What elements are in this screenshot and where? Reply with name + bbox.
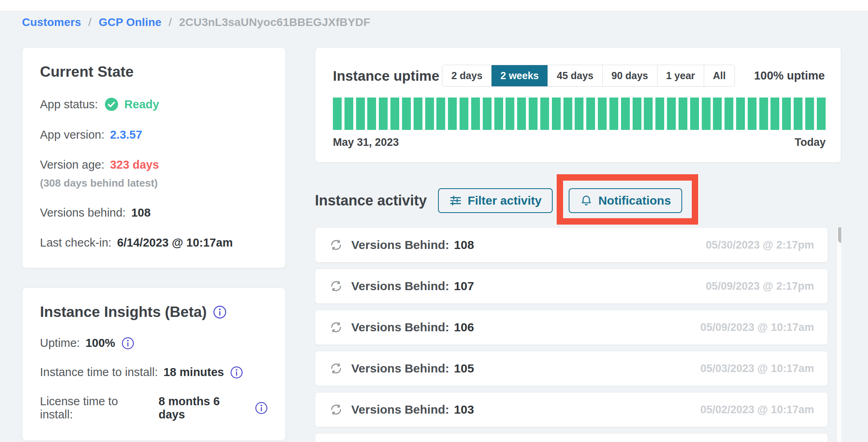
breadcrumb-separator: / (165, 16, 176, 28)
uptime-insight-value: 100% (86, 336, 115, 350)
info-icon[interactable] (213, 305, 227, 319)
uptime-bar (598, 98, 607, 130)
uptime-bar (356, 98, 365, 130)
activity-row-label: Versions Behind: (351, 279, 449, 293)
uptime-bar (713, 98, 722, 130)
uptime-bar (344, 98, 353, 130)
uptime-bar (540, 98, 549, 130)
check-circle-icon (104, 97, 119, 111)
instance-install-row: Instance time to install: 18 minutes (40, 366, 268, 379)
activity-row-timestamp: 05/02/2023 @ 10:17am (700, 404, 814, 416)
uptime-range-tab-2-days[interactable]: 2 days (442, 65, 492, 86)
instance-insights-card: Instance Insights (Beta) Uptime: 100% In… (22, 287, 286, 441)
uptime-bar (390, 98, 399, 130)
uptime-bar (575, 98, 583, 130)
uptime-bar (379, 98, 388, 130)
uptime-bar (736, 98, 745, 130)
uptime-bar (402, 98, 411, 130)
uptime-bar (655, 98, 664, 130)
activity-row[interactable]: Versions Behind: 105 05/03/2023 @ 10:17a… (315, 351, 828, 386)
uptime-bar (690, 98, 699, 130)
sliders-icon (449, 194, 462, 207)
uptime-range-tab-2-weeks[interactable]: 2 weeks (492, 65, 548, 86)
activity-row-timestamp: 05/09/2023 @ 2:17pm (706, 280, 814, 293)
uptime-bar (782, 98, 791, 130)
activity-row-value: 105 (454, 362, 474, 375)
uptime-bar (702, 98, 711, 130)
uptime-bar (621, 98, 630, 130)
filter-activity-button[interactable]: Filter activity (438, 188, 553, 213)
uptime-bar (644, 98, 653, 130)
last-checkin-row: Last check-in: 6/14/2023 @ 10:17am (40, 236, 268, 249)
instance-activity-title: Instance activity (315, 192, 427, 209)
breadcrumb-separator: / (84, 16, 96, 28)
uptime-range-tab-45-days[interactable]: 45 days (548, 65, 603, 86)
breadcrumb: Customers / GCP Online / 2CU3nL3saUNyoc6… (22, 16, 868, 29)
uptime-bar (414, 98, 422, 130)
uptime-insight-row: Uptime: 100% (40, 336, 268, 350)
activity-row[interactable]: Versions Behind: 106 05/09/2023 @ 10:17a… (315, 310, 828, 345)
activity-row[interactable]: Versions Behind: 103 05/02/2023 @ 10:17a… (315, 392, 828, 427)
activity-scrollbar-track[interactable] (836, 227, 841, 442)
version-age-label: Version age: (40, 158, 104, 171)
app-status-label: App status: (40, 98, 98, 111)
uptime-bar (633, 98, 641, 130)
activity-list: Versions Behind: 108 05/30/2023 @ 2:17pm… (315, 227, 841, 442)
activity-row-value: 103 (454, 403, 474, 416)
version-age-value: 323 days (110, 158, 159, 171)
uptime-bar (679, 98, 687, 130)
activity-row-label: Versions Behind: (351, 403, 449, 416)
info-icon[interactable] (230, 366, 243, 379)
uptime-end-label: Today (794, 136, 826, 149)
last-checkin-label: Last check-in: (40, 236, 111, 249)
activity-row-partial[interactable] (315, 433, 828, 442)
current-state-card: Current State App status: Ready App vers… (22, 47, 286, 268)
app-status-row: App status: Ready (40, 97, 268, 111)
instance-insights-title: Instance Insights (Beta) (40, 304, 207, 321)
uptime-start-label: May 31, 2023 (333, 136, 399, 149)
top-strip (0, 0, 868, 10)
uptime-range-tab-all[interactable]: All (704, 65, 735, 86)
uptime-range-tab-1-year[interactable]: 1 year (657, 65, 704, 86)
activity-row-value: 108 (454, 238, 474, 252)
activity-scrollbar-thumb[interactable] (838, 227, 841, 243)
activity-row[interactable]: Versions Behind: 108 05/30/2023 @ 2:17pm (315, 227, 828, 263)
info-icon[interactable] (255, 402, 268, 414)
right-column: Instance uptime 2 days2 weeks45 days90 d… (315, 47, 841, 442)
sync-icon (329, 402, 343, 417)
uptime-bar (460, 98, 468, 130)
versions-behind-value: 108 (131, 206, 150, 219)
uptime-bar (483, 98, 492, 130)
uptime-bar (805, 98, 814, 130)
breadcrumb-instance-id: 2CU3nL3saUNyoc61BBEGJXfBYDF (179, 16, 370, 28)
license-install-value: 8 months 6 days (159, 395, 249, 421)
notifications-button[interactable]: Notifications (569, 188, 682, 213)
uptime-bar (817, 98, 826, 130)
activity-row[interactable]: Versions Behind: 107 05/09/2023 @ 2:17pm (315, 269, 828, 304)
filter-activity-label: Filter activity (468, 194, 542, 207)
version-age-note: (308 days behind latest) (40, 177, 268, 189)
info-icon[interactable] (121, 337, 134, 350)
versions-behind-row: Versions behind: 108 (40, 206, 268, 219)
app-version-value[interactable]: 2.3.57 (110, 128, 142, 141)
uptime-bar (367, 98, 376, 130)
activity-row-label: Versions Behind: (351, 238, 449, 252)
uptime-bar (506, 98, 514, 130)
app-version-label: App version: (40, 128, 104, 141)
activity-row-value: 107 (454, 279, 474, 293)
uptime-bar (725, 98, 733, 130)
uptime-summary: 100% uptime (749, 69, 825, 82)
notifications-label: Notifications (598, 194, 671, 207)
uptime-bar (494, 98, 503, 130)
uptime-bar (552, 98, 561, 130)
breadcrumb-gcp-online[interactable]: GCP Online (99, 16, 161, 28)
activity-row-label: Versions Behind: (351, 321, 449, 334)
sync-icon (329, 361, 343, 376)
last-checkin-value: 6/14/2023 @ 10:17am (117, 236, 233, 249)
uptime-bar (586, 98, 595, 130)
instance-uptime-title: Instance uptime (333, 68, 439, 84)
uptime-range-tab-90-days[interactable]: 90 days (603, 65, 657, 86)
uptime-bar (794, 98, 802, 130)
breadcrumb-customers[interactable]: Customers (22, 16, 81, 28)
page: Customers / GCP Online / 2CU3nL3saUNyoc6… (0, 10, 868, 442)
